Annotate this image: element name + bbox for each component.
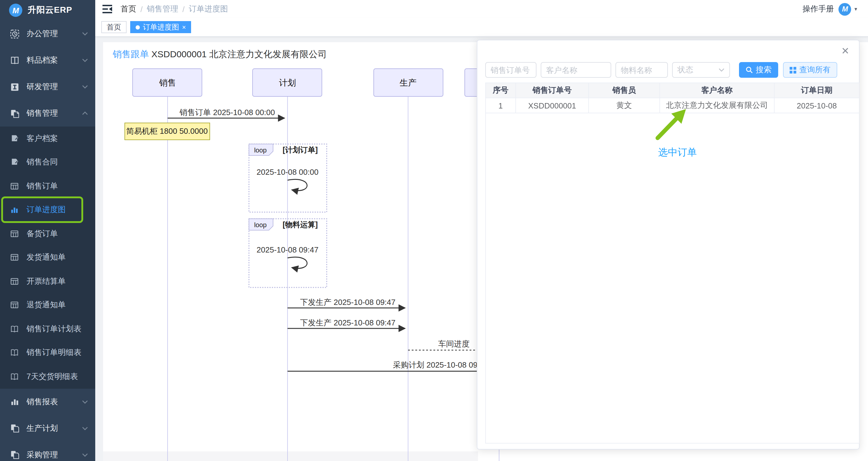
sidebar-item-sales-reports[interactable]: 销售报表	[0, 389, 95, 415]
order-select-panel: ✕ 状态 搜索 查询所有	[477, 40, 860, 450]
sidebar-item-label: 采购管理	[27, 449, 58, 460]
open-book-icon	[10, 348, 19, 357]
clock-icon	[10, 29, 19, 38]
sidebar-item-delivery-notice[interactable]: 发货通知单	[0, 246, 95, 269]
svg-text:简易机柜 1800 50.0000: 简易机柜 1800 50.0000	[126, 127, 208, 135]
query-all-button-label: 查询所有	[799, 64, 831, 75]
tags-view-bar: 首页 订单进度图 ×	[95, 18, 868, 37]
breadcrumb-home[interactable]: 首页	[121, 4, 136, 14]
sidebar-item-label: 料品档案	[27, 55, 58, 66]
sidebar-item-sales-mgmt[interactable]: 销售管理	[0, 100, 95, 127]
sidebar-item-7day-delivery-report[interactable]: 7天交货明细表	[0, 365, 95, 389]
table-grid-icon	[10, 253, 19, 262]
sidebar-item-material-archive[interactable]: 料品档案	[0, 47, 95, 73]
column-header-salesperson: 销售员	[589, 83, 660, 98]
chevron-up-icon	[82, 112, 88, 115]
sidebar-item-label: 生产计划	[27, 423, 58, 434]
material-name-input[interactable]	[615, 62, 668, 78]
copy-document-icon	[10, 424, 19, 433]
message-label: 采购计划 2025-10-08 09:47	[393, 360, 489, 369]
breadcrumb-sales-mgmt[interactable]: 销售管理	[147, 4, 178, 14]
page-title-text: XSDD000001 北京注意力文化发展有限公司	[149, 49, 327, 59]
breadcrumb-current: 订单进度图	[189, 4, 228, 14]
sidebar-item-order-plan-report[interactable]: 销售订单计划表	[0, 317, 95, 341]
logo: M 升阳云ERP	[0, 0, 95, 21]
app-root: M 升阳云ERP 办公管理 料品档案 研发管理 销售管理	[0, 0, 868, 461]
table-grid-icon	[10, 229, 19, 238]
chevron-down-icon	[82, 58, 88, 62]
annotation-select-order-label: 选中订单	[658, 147, 697, 159]
top-navbar: 首页 / 销售管理 / 订单进度图 操作手册 M ▾	[95, 0, 868, 18]
sidebar-item-production-plan[interactable]: 生产计划	[0, 415, 95, 441]
sidebar-item-purchase-mgmt[interactable]: 采购管理	[0, 441, 95, 461]
svg-text:生产: 生产	[399, 78, 416, 87]
breadcrumb-separator: /	[141, 4, 143, 13]
column-header-index: 序号	[486, 83, 516, 98]
sidebar-item-label: 办公管理	[27, 28, 58, 39]
table-grid-icon	[10, 301, 19, 309]
note-box: 简易机柜 1800 50.0000	[125, 123, 210, 140]
sidebar-item-label: 客户档案	[27, 133, 58, 144]
loop-message: 2025-10-08 00:00	[256, 167, 318, 177]
caret-down-icon: ▾	[855, 6, 857, 12]
order-no-input[interactable]	[485, 62, 536, 78]
chevron-down-icon	[82, 426, 88, 430]
tab-home[interactable]: 首页	[101, 21, 127, 33]
active-dot-icon	[135, 25, 140, 29]
sidebar-item-order-progress-chart[interactable]: 订单进度图	[0, 198, 95, 222]
sidebar-item-label: 销售订单计划表	[27, 324, 82, 334]
table-grid-icon	[10, 182, 19, 190]
self-message-arrow	[287, 179, 307, 190]
self-message-arrow	[287, 257, 307, 268]
component-icon	[10, 82, 19, 91]
avatar: M	[839, 3, 851, 16]
bar-chart-icon	[10, 397, 19, 406]
svg-text:销售: 销售	[159, 78, 176, 87]
operation-manual-link[interactable]: 操作手册	[803, 4, 834, 14]
copy-document-icon	[10, 450, 19, 459]
sidebar: M 升阳云ERP 办公管理 料品档案 研发管理 销售管理	[0, 0, 95, 461]
sidebar-item-label: 订单进度图	[27, 205, 66, 215]
orders-table: 序号 销售订单号 销售员 客户名称 订单日期 1 XSDD000001 黄文 北…	[485, 83, 860, 443]
loop-condition: [计划订单]	[283, 146, 318, 154]
sidebar-item-return-notice[interactable]: 退货通知单	[0, 293, 95, 317]
collapse-sidebar-icon[interactable]	[102, 5, 112, 13]
sidebar-item-stock-order[interactable]: 备货订单	[0, 222, 95, 246]
tab-close-icon[interactable]: ×	[182, 24, 186, 30]
document-edit-icon	[10, 158, 19, 166]
message-label: 销售订单 2025-10-08 00:00	[179, 108, 275, 117]
customer-name-input[interactable]	[541, 62, 611, 78]
user-avatar-menu[interactable]: M ▾	[839, 3, 857, 16]
sidebar-item-office-mgmt[interactable]: 办公管理	[0, 21, 95, 47]
sidebar-item-label: 备货订单	[27, 228, 58, 239]
sidebar-item-rd-mgmt[interactable]: 研发管理	[0, 73, 95, 100]
status-select[interactable]: 状态	[672, 62, 730, 78]
tab-order-progress-chart[interactable]: 订单进度图 ×	[130, 21, 191, 33]
table-grid-icon	[10, 277, 19, 286]
table-row[interactable]: 1 XSDD000001 黄文 北京注意力文化发展有限公司 2025-10-08	[486, 98, 859, 113]
sidebar-item-label: 销售报表	[27, 396, 58, 407]
svg-text:计划: 计划	[279, 78, 296, 87]
message-label: 下发生产 2025-10-08 09:47	[300, 318, 396, 327]
sidebar-item-sales-order[interactable]: 销售订单	[0, 174, 95, 198]
page-title-link[interactable]: 销售跟单	[113, 49, 149, 59]
sidebar-item-customer-archive[interactable]: 客户档案	[0, 127, 95, 150]
open-book-icon	[10, 372, 19, 381]
query-all-button[interactable]: 查询所有	[783, 62, 837, 78]
close-icon[interactable]: ✕	[841, 47, 849, 56]
column-header-customer: 客户名称	[660, 83, 775, 98]
message-label: 车间进度	[438, 339, 470, 348]
sidebar-item-order-detail-report[interactable]: 销售订单明细表	[0, 341, 95, 365]
actor-production: 生产	[374, 69, 443, 96]
sidebar-item-label: 7天交货明细表	[27, 371, 78, 382]
sidebar-item-label: 开票结算单	[27, 276, 66, 287]
sidebar-item-label: 销售订单	[27, 181, 58, 192]
actor-sales: 销售	[133, 69, 202, 96]
message-label: 下发生产 2025-10-08 09:47	[300, 298, 396, 307]
search-button[interactable]: 搜索	[739, 62, 778, 78]
grid-icon	[789, 67, 796, 73]
workspace: 销售跟单 XSDD000001 北京注意力文化发展有限公司	[95, 37, 868, 461]
sidebar-item-sales-contract[interactable]: 销售合同	[0, 150, 95, 174]
sidebar-item-invoice-settlement[interactable]: 开票结算单	[0, 269, 95, 293]
sidebar-item-label: 销售合同	[27, 157, 58, 168]
